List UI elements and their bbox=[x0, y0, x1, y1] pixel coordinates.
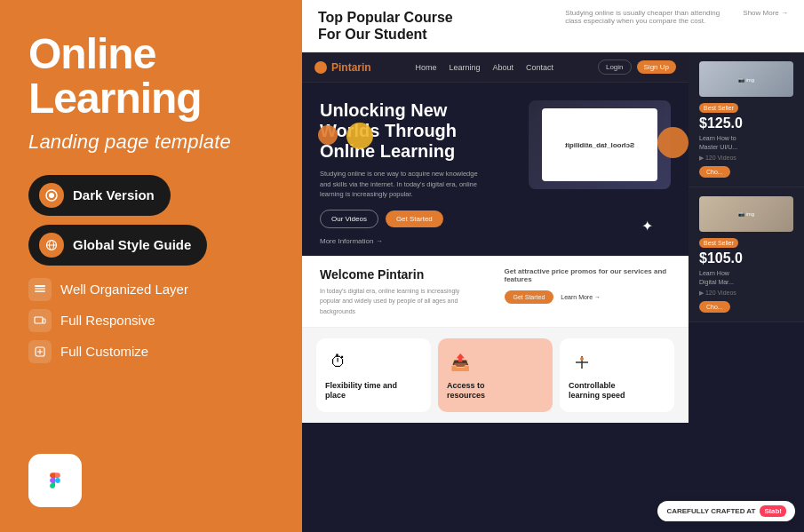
get-started-welcome-button[interactable]: Get Started bbox=[505, 290, 554, 304]
svg-point-15 bbox=[580, 357, 584, 361]
feature-card-access: 📤 Access toresources bbox=[438, 338, 553, 412]
dark-version-icon bbox=[39, 183, 64, 208]
more-info-link[interactable]: More Information → bbox=[320, 237, 514, 245]
browser-mockup: Pintarin Home Learning About Contact Log… bbox=[302, 52, 689, 532]
slab-brand: Slab! bbox=[760, 505, 786, 517]
welcome-section: Welcome Pintarin In today's digital era,… bbox=[302, 256, 689, 327]
top-banner-title: Top Popular CourseFor Our Student bbox=[318, 9, 547, 43]
deco-blob-yellow bbox=[346, 123, 373, 149]
nav-learning[interactable]: Learning bbox=[450, 63, 481, 72]
svg-rect-7 bbox=[35, 285, 45, 287]
top-banner-subtitle: Studying online is usually cheaper than … bbox=[565, 9, 725, 25]
speed-icon bbox=[569, 349, 595, 376]
feature-responsive-label: Full Responsive bbox=[60, 313, 155, 328]
feature-customize: Full Customize bbox=[28, 340, 274, 363]
promo-text: Get attractive price promos for our serv… bbox=[505, 267, 672, 283]
nav-buttons: Login Sign Up bbox=[598, 60, 676, 75]
welcome-title: Welcome Pintarin bbox=[320, 267, 487, 282]
feature-access-title: Access toresources bbox=[447, 381, 485, 401]
side-card-1-tag: Best Seller bbox=[699, 103, 738, 113]
svg-rect-6 bbox=[35, 290, 45, 292]
global-style-icon bbox=[39, 233, 64, 258]
svg-rect-9 bbox=[43, 319, 45, 323]
crafted-label: CAREFULLY CRAFTED AT bbox=[666, 507, 755, 515]
subtitle: Landing page template bbox=[28, 131, 274, 154]
side-cards: 📷 img Best Seller $125.0 Learn How toMas… bbox=[689, 52, 804, 532]
side-card-2-price: $105.0 bbox=[699, 250, 793, 266]
brand-logo: Pintarin bbox=[314, 61, 371, 74]
welcome-buttons: Get Started Learn More → bbox=[505, 290, 672, 304]
laptop-screen: School_tab_atibiliqit bbox=[542, 108, 657, 181]
main-title: OnlineLearning bbox=[28, 32, 274, 122]
side-card-2-meta: ▶ 120 Videos bbox=[699, 290, 793, 297]
global-style-label: Global Style Guide bbox=[73, 237, 191, 252]
feature-customize-label: Full Customize bbox=[60, 344, 148, 359]
badges-section: Dark Version Global Style Guide bbox=[28, 175, 274, 266]
nav-home[interactable]: Home bbox=[416, 63, 437, 72]
nav-contact[interactable]: Contact bbox=[526, 63, 553, 72]
figma-logo bbox=[28, 454, 82, 507]
logo-dot bbox=[314, 61, 327, 74]
brand-name: Pintarin bbox=[331, 61, 371, 74]
signup-button[interactable]: Sign Up bbox=[637, 60, 676, 74]
figma-logo-wrap bbox=[28, 454, 274, 507]
deco-blob-basketball bbox=[657, 127, 689, 158]
login-button[interactable]: Login bbox=[598, 60, 632, 75]
laptop-mockup: School_tab_atibiliqit bbox=[529, 100, 671, 189]
show-more-link[interactable]: Show More → bbox=[743, 9, 788, 17]
feature-layers: Well Organized Layer bbox=[28, 278, 274, 301]
hero-section: Unlocking NewWorlds ThroughOnline Learni… bbox=[302, 83, 689, 256]
side-card-1-desc: Learn How toMaster UI/U... bbox=[699, 134, 793, 152]
feature-responsive: Full Responsive bbox=[28, 309, 274, 332]
left-panel: OnlineLearning Landing page template Dar… bbox=[0, 0, 302, 532]
side-card-1-meta: ▶ 120 Videos bbox=[699, 155, 793, 162]
hero-buttons: Our Videos Get Started bbox=[320, 210, 514, 228]
right-panel: Top Popular CourseFor Our Student Studyi… bbox=[302, 0, 804, 532]
feature-flexibility-title: Flexibility time andplace bbox=[325, 381, 397, 401]
feature-list: Well Organized Layer Full Responsive bbox=[28, 278, 274, 363]
our-videos-button[interactable]: Our Videos bbox=[320, 210, 378, 228]
nav-about[interactable]: About bbox=[493, 63, 514, 72]
dark-version-badge[interactable]: Dark Version bbox=[28, 175, 171, 216]
welcome-text: In today's digital era, online learning … bbox=[320, 286, 480, 316]
nav-links: Home Learning About Contact bbox=[416, 63, 554, 72]
feature-speed-title: Controllablelearning speed bbox=[569, 381, 625, 401]
feature-card-flexibility: ⏱ Flexibility time andplace bbox=[316, 338, 431, 412]
learn-more-button[interactable]: Learn More → bbox=[561, 290, 601, 304]
feature-cards-row: ⏱ Flexibility time andplace 📤 Access tor… bbox=[302, 327, 689, 423]
upload-icon: 📤 bbox=[447, 349, 474, 376]
browser-nav: Pintarin Home Learning About Contact Log… bbox=[302, 52, 689, 83]
hero-subtitle: Studying online is one way to acquire ne… bbox=[320, 169, 480, 199]
welcome-right: Get attractive price promos for our serv… bbox=[505, 267, 672, 304]
feature-card-speed: Controllablelearning speed bbox=[560, 338, 674, 412]
global-style-badge[interactable]: Global Style Guide bbox=[28, 225, 207, 266]
welcome-left: Welcome Pintarin In today's digital era,… bbox=[320, 267, 487, 316]
side-card-2-desc: Learn HowDigital Mar... bbox=[699, 269, 793, 287]
side-card-2: 📷 img Best Seller $105.0 Learn HowDigita… bbox=[689, 187, 804, 322]
side-card-1-image: 📷 img bbox=[699, 61, 793, 97]
side-card-1: 📷 img Best Seller $125.0 Learn How toMas… bbox=[689, 52, 804, 187]
layers-icon bbox=[28, 278, 52, 301]
browser-area: Pintarin Home Learning About Contact Log… bbox=[302, 52, 804, 532]
dark-version-label: Dark Version bbox=[73, 187, 155, 202]
crafted-badge: CAREFULLY CRAFTED AT Slab! bbox=[657, 501, 795, 521]
svg-rect-5 bbox=[35, 288, 45, 290]
svg-rect-8 bbox=[35, 317, 43, 323]
clock-icon: ⏱ bbox=[325, 349, 352, 376]
top-banner: Top Popular CourseFor Our Student Studyi… bbox=[302, 0, 804, 52]
customize-icon bbox=[28, 340, 52, 363]
get-started-hero-button[interactable]: Get Started bbox=[386, 210, 443, 227]
responsive-icon bbox=[28, 309, 52, 332]
feature-layers-label: Well Organized Layer bbox=[60, 282, 188, 297]
svg-point-1 bbox=[49, 193, 54, 198]
side-card-2-image: 📷 img bbox=[699, 196, 793, 232]
side-card-2-button[interactable]: Cho... bbox=[699, 301, 730, 313]
hero-right: ✦ School_tab_atibiliqit ✦ bbox=[529, 100, 671, 245]
side-card-1-price: $125.0 bbox=[699, 115, 793, 131]
side-card-1-button[interactable]: Cho... bbox=[699, 166, 730, 178]
side-card-2-tag: Best Seller bbox=[699, 238, 738, 248]
star-icon-bottom: ✦ bbox=[641, 218, 653, 234]
hero-left: Unlocking NewWorlds ThroughOnline Learni… bbox=[320, 100, 514, 245]
